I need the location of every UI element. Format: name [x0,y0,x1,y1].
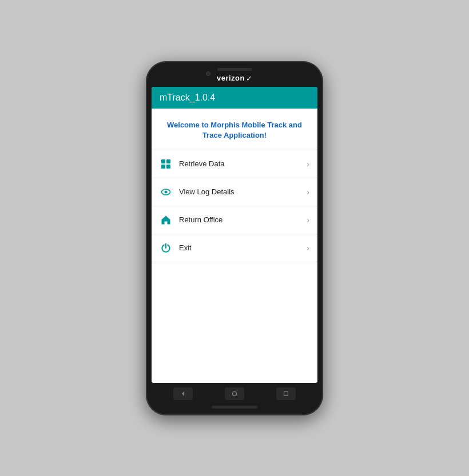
menu-item-exit[interactable]: Exit › [152,234,317,262]
phone-screen: mTrack_1.0.4 Welcome to Morphis Mobile T… [152,87,317,383]
front-camera [206,71,210,76]
recent-button[interactable] [276,387,296,400]
grid-icon [160,158,172,170]
carrier-name: verizon [217,74,245,82]
welcome-text: Welcome to Morphis Mobile Track and Trac… [161,120,308,141]
nav-buttons [152,387,317,400]
chevron-icon-retrieve: › [307,159,309,169]
bottom-speaker [212,406,257,409]
welcome-section: Welcome to Morphis Mobile Track and Trac… [152,109,317,150]
menu-list: Retrieve Data › View Log Details › [152,150,317,383]
app-body: Welcome to Morphis Mobile Track and Trac… [152,109,317,383]
menu-item-view-log[interactable]: View Log Details › [152,178,317,206]
chevron-icon-viewlog: › [307,187,309,197]
carrier-check: ✓ [246,74,252,83]
menu-label-view-log: View Log Details [179,187,307,196]
power-icon [160,242,172,254]
chevron-icon-return: › [307,215,309,225]
eye-icon [160,186,172,198]
app-header: mTrack_1.0.4 [152,87,317,109]
phone-device: verizon✓ mTrack_1.0.4 Welcome to Morphis… [146,61,323,415]
svg-point-3 [233,391,237,395]
svg-point-1 [165,190,168,193]
menu-label-exit: Exit [179,243,307,252]
top-bezel: verizon✓ [152,68,317,87]
chevron-icon-exit: › [307,243,309,253]
menu-item-retrieve-data[interactable]: Retrieve Data › [152,150,317,178]
svg-marker-2 [182,391,184,395]
app-title: mTrack_1.0.4 [160,93,215,102]
back-button[interactable] [173,387,193,400]
svg-rect-4 [284,391,288,395]
menu-label-retrieve-data: Retrieve Data [179,159,307,168]
menu-label-return-office: Return Office [179,215,307,224]
home-icon [160,214,172,226]
home-button[interactable] [225,387,244,400]
top-speaker [217,68,252,71]
menu-item-return-office[interactable]: Return Office › [152,206,317,234]
bottom-bezel [152,383,317,409]
